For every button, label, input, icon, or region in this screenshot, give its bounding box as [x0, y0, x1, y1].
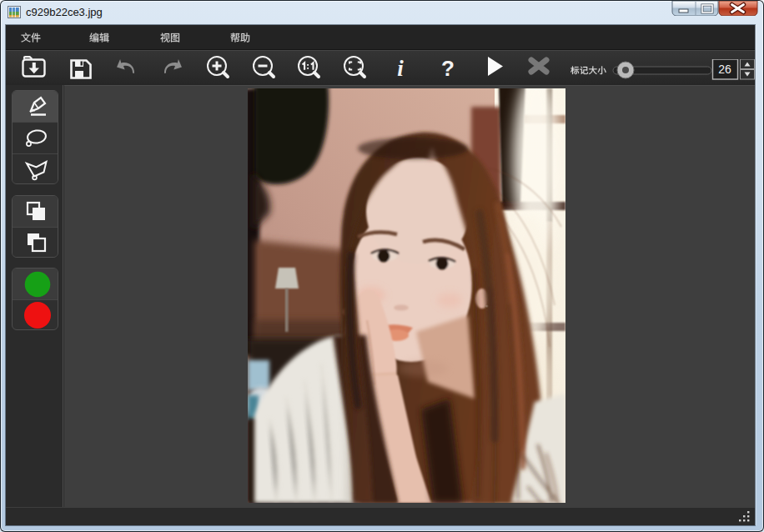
svg-text:?: ? — [441, 56, 455, 81]
svg-text:i: i — [397, 56, 404, 81]
svg-text:26: 26 — [718, 63, 731, 76]
